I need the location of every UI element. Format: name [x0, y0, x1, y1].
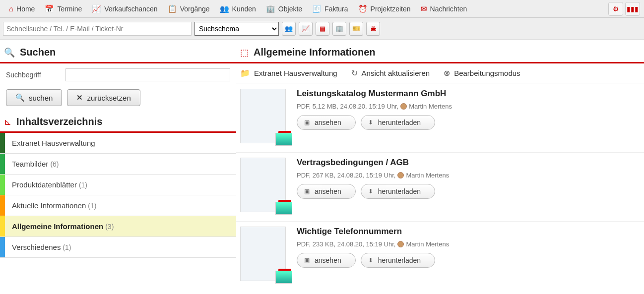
gear-icon: ⚙	[613, 5, 619, 13]
download-button[interactable]: ⬇herunterladen	[361, 184, 435, 199]
toc-color-bar	[0, 216, 5, 236]
tree-icon: ⊾	[4, 117, 11, 127]
nav-icon: 👥	[220, 4, 229, 13]
schema-opportunities-button[interactable]: 📈	[299, 22, 313, 36]
topnav-item-7[interactable]: ⏰Projektzeiten	[353, 0, 416, 18]
edit-mode-link[interactable]: ⊗Bearbeitungsmodus	[444, 68, 520, 78]
view-icon: ▣	[304, 257, 310, 264]
people-icon: 👥	[285, 25, 293, 32]
toc-item-3[interactable]: Aktuelle Informationen (1)	[0, 195, 236, 216]
content-actions-bar: 📁Extranet Hausverwaltung ↻Ansicht aktual…	[236, 63, 644, 83]
view-button[interactable]: ▣ansehen	[297, 115, 356, 130]
search-term-input[interactable]	[65, 68, 230, 81]
document-thumbnail[interactable]: PDF	[240, 89, 286, 143]
edit-mode-icon: ⊗	[444, 68, 450, 78]
nav-label: Nachrichten	[430, 5, 467, 13]
topnav-item-5[interactable]: 🏢Objekte	[261, 0, 307, 18]
document-thumbnail[interactable]: PDF	[240, 227, 286, 281]
topnav-item-2[interactable]: 📈Verkaufschancen	[87, 0, 162, 18]
schema-customers-button[interactable]: 👥	[282, 22, 296, 36]
toc-count: (1)	[63, 243, 71, 251]
nav-icon: 📅	[45, 4, 54, 13]
search-panel-title: 🔍 Suchen	[0, 40, 236, 63]
toc-label: Allgemeine Informationen	[5, 222, 103, 231]
document-thumbnail[interactable]: PDF	[240, 158, 286, 212]
document-meta: PDF, 267 KB, 24.08.20, 15:19 Uhr, Martin…	[297, 172, 640, 179]
search-schema-select[interactable]: Suchschema	[194, 22, 279, 36]
nav-label: Projektzeiten	[371, 5, 411, 13]
close-icon: ✕	[76, 93, 83, 102]
toc-label: Extranet Hausverwaltung	[5, 139, 95, 147]
thumb-overlay	[275, 202, 292, 215]
topnav-item-6[interactable]: 🧾Faktura	[307, 0, 353, 18]
toc-label: Produktdatenblätter	[5, 180, 77, 189]
toc-item-0[interactable]: Extranet Hausverwaltung	[0, 133, 236, 154]
search-button[interactable]: 🔍suchen	[6, 89, 62, 106]
toc-item-4[interactable]: Allgemeine Informationen (3)	[0, 216, 236, 237]
toc-item-1[interactable]: Teambilder (6)	[0, 154, 236, 175]
folder-icon: 📁	[240, 68, 250, 78]
topnav-item-3[interactable]: 📋Vorgänge	[163, 0, 215, 18]
building-icon: 🏢	[335, 25, 343, 32]
refresh-icon: ↻	[351, 68, 358, 78]
toc-item-5[interactable]: Verschiedenes (1)	[0, 237, 236, 258]
nav-label: Verkaufschancen	[104, 5, 157, 13]
nav-label: Objekte	[278, 5, 302, 13]
toc-count: (1)	[79, 181, 87, 189]
document-title: Vertragsbedingungen / AGB	[297, 158, 640, 168]
topnav-item-1[interactable]: 📅Termine	[40, 0, 87, 18]
toc-count: (6)	[50, 160, 59, 168]
sitemap-icon: ⬚	[240, 47, 249, 58]
search-panel-heading: Suchen	[20, 47, 56, 58]
reset-button[interactable]: ✕zurücksetzen	[67, 89, 140, 106]
topnav-item-0[interactable]: ⌂Home	[4, 0, 40, 18]
nav-icon: 📋	[168, 4, 177, 13]
nav-label: Kunden	[232, 5, 256, 13]
document-author: Martin Mertens	[409, 103, 452, 110]
toc-label: Teambilder	[5, 160, 48, 168]
document-item: PDFLeistungskatalog Mustermann GmbHPDF, …	[236, 83, 644, 152]
download-icon: ⬇	[368, 188, 373, 195]
right-panel: ⬚ Allgemeine Informationen 📁Extranet Hau…	[236, 40, 644, 290]
view-button[interactable]: ▣ansehen	[297, 184, 356, 199]
topnav-item-4[interactable]: 👥Kunden	[215, 0, 261, 18]
nav-icon: 🧾	[312, 4, 322, 13]
document-meta: PDF, 5,12 MB, 24.08.20, 15:19 Uhr, Marti…	[297, 103, 640, 110]
schema-documents-button[interactable]: ▤	[316, 22, 329, 36]
schema-tickets-button[interactable]: 🎫	[349, 22, 363, 36]
nav-label: Vorgänge	[180, 5, 210, 13]
schema-objects-button[interactable]: 🏢	[332, 22, 346, 36]
view-icon: ▣	[304, 188, 310, 195]
top-navigation: ⌂Home📅Termine📈Verkaufschancen📋Vorgänge👥K…	[0, 0, 644, 18]
search-icon: 🔍	[15, 93, 25, 102]
nav-icon: 📈	[92, 4, 101, 13]
settings-button[interactable]: ⚙	[608, 2, 623, 16]
topnav-item-8[interactable]: ✉Nachrichten	[416, 0, 472, 18]
toc-color-bar	[0, 175, 5, 195]
document-title: Wichtige Telefonnummern	[297, 227, 640, 236]
document-icon: ▤	[320, 25, 325, 32]
stats-button[interactable]: ▮▮▮	[625, 2, 640, 16]
extranet-link[interactable]: 📁Extranet Hausverwaltung	[240, 68, 337, 78]
toc-color-bar	[0, 195, 5, 216]
document-item: PDFVertragsbedingungen / AGBPDF, 267 KB,…	[236, 152, 644, 221]
author-avatar-icon	[397, 172, 404, 178]
download-button[interactable]: ⬇herunterladen	[361, 115, 435, 130]
document-item: PDFWichtige TelefonnummernPDF, 233 KB, 2…	[236, 221, 644, 290]
nav-icon: ⏰	[358, 4, 368, 13]
refresh-view-link[interactable]: ↻Ansicht aktualisieren	[351, 68, 430, 78]
content-panel-heading: Allgemeine Informationen	[254, 47, 376, 58]
thumb-overlay	[275, 133, 292, 146]
download-button[interactable]: ⬇herunterladen	[361, 253, 435, 268]
toc-panel-heading: Inhaltsverzeichnis	[16, 116, 102, 127]
toc-item-2[interactable]: Produktdatenblätter (1)	[0, 175, 236, 195]
thumb-overlay	[275, 271, 292, 284]
nav-icon: ✉	[421, 4, 427, 13]
nav-icon: ⌂	[9, 4, 13, 13]
document-title: Leistungskatalog Mustermann GmbH	[297, 89, 640, 99]
schema-print-button[interactable]: 🖶	[366, 22, 380, 36]
nav-icon: 🏢	[266, 4, 275, 13]
view-button[interactable]: ▣ansehen	[297, 253, 356, 268]
author-avatar-icon	[400, 103, 407, 110]
quicksearch-input[interactable]	[3, 22, 192, 36]
